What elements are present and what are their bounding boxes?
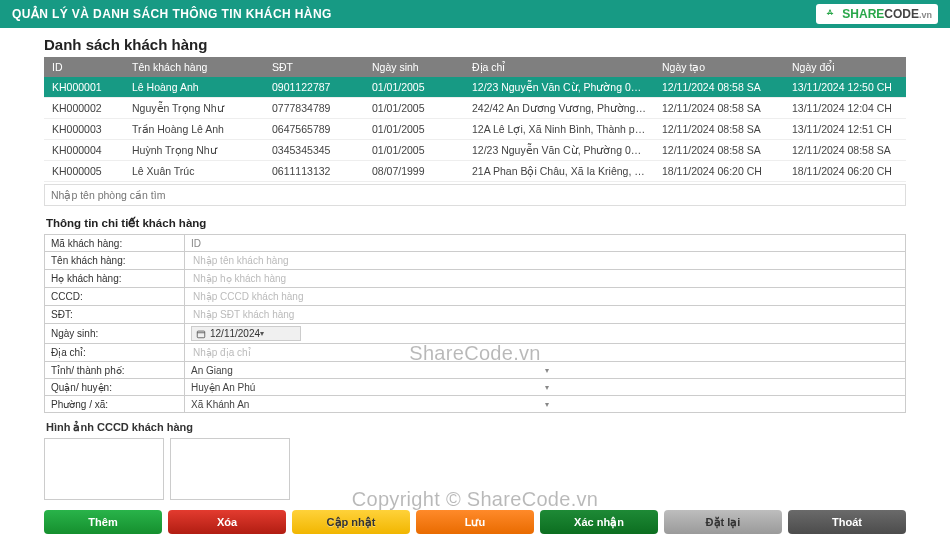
column-header[interactable]: Ngày sinh bbox=[364, 57, 464, 77]
page-title: Danh sách khách hàng bbox=[44, 36, 906, 53]
cccd-image-row bbox=[44, 438, 906, 500]
date-picker-dob[interactable]: 12/11/2024 ▾ bbox=[191, 326, 301, 341]
cell-id: KH000001 bbox=[44, 77, 124, 98]
input-phone[interactable] bbox=[191, 308, 899, 321]
cccd-image-back[interactable] bbox=[170, 438, 290, 500]
cell-dob: 01/01/2005 bbox=[364, 98, 464, 119]
confirm-button[interactable]: Xác nhận bbox=[540, 510, 658, 534]
recycle-icon bbox=[822, 6, 838, 22]
cccd-image-title: Hình ảnh CCCD khách hàng bbox=[46, 421, 906, 434]
cell-name: Lê Hoàng Anh bbox=[124, 77, 264, 98]
cell-phone: 0901122787 bbox=[264, 77, 364, 98]
chevron-down-icon: ▾ bbox=[260, 329, 296, 338]
cell-phone: 0777834789 bbox=[264, 98, 364, 119]
cell-addr: 242/42 An Dương Vương, Phường 1... bbox=[464, 98, 654, 119]
cell-created: 12/11/2024 08:58 SA bbox=[654, 98, 784, 119]
cell-updated: 18/11/2024 06:20 CH bbox=[784, 161, 906, 182]
cell-phone: 0345345345 bbox=[264, 140, 364, 161]
cell-updated: 13/11/2024 12:51 CH bbox=[784, 119, 906, 140]
detail-form: Mã khách hàng: ID Tên khách hàng: Họ khá… bbox=[44, 234, 906, 413]
select-province[interactable]: An Giang▾ bbox=[191, 365, 899, 376]
cell-created: 18/11/2024 06:20 CH bbox=[654, 161, 784, 182]
cell-updated: 12/11/2024 08:58 SA bbox=[784, 140, 906, 161]
chevron-down-icon: ▾ bbox=[545, 366, 899, 375]
cell-id: KH000002 bbox=[44, 98, 124, 119]
table-row[interactable]: KH000003Trần Hoàng Lê Anh064756578901/01… bbox=[44, 119, 906, 140]
column-header[interactable]: Ngày đổi bbox=[784, 57, 906, 77]
cell-name: Lê Xuân Trúc bbox=[124, 161, 264, 182]
cell-dob: 08/07/1999 bbox=[364, 161, 464, 182]
column-header[interactable]: ID bbox=[44, 57, 124, 77]
cell-addr: 12/23 Nguyễn Văn Cừ, Phường 01, ... bbox=[464, 77, 654, 98]
column-header[interactable]: SĐT bbox=[264, 57, 364, 77]
select-ward[interactable]: Xã Khánh An▾ bbox=[191, 399, 899, 410]
cell-created: 12/11/2024 08:58 SA bbox=[654, 119, 784, 140]
cell-id: KH000003 bbox=[44, 119, 124, 140]
exit-button[interactable]: Thoát bbox=[788, 510, 906, 534]
column-header[interactable]: Tên khách hàng bbox=[124, 57, 264, 77]
cell-dob: 01/01/2005 bbox=[364, 140, 464, 161]
label-surname: Họ khách hàng: bbox=[45, 270, 185, 288]
input-cccd[interactable] bbox=[191, 290, 899, 303]
cell-name: Huỳnh Trọng Như bbox=[124, 140, 264, 161]
app-header: QUẢN LÝ VÀ DANH SÁCH THÔNG TIN KHÁCH HÀN… bbox=[0, 0, 950, 28]
label-district: Quận/ huyện: bbox=[45, 379, 185, 396]
table-row[interactable]: KH000005Lê Xuân Trúc061111313208/07/1999… bbox=[44, 161, 906, 182]
logo-text: SHARECODE.vn bbox=[842, 7, 932, 21]
cell-addr: 12A Lê Lợi, Xã Ninh Bình, Thành phố... bbox=[464, 119, 654, 140]
cell-created: 12/11/2024 08:58 SA bbox=[654, 77, 784, 98]
cell-dob: 01/01/2005 bbox=[364, 119, 464, 140]
cell-phone: 0611113132 bbox=[264, 161, 364, 182]
detail-section-title: Thông tin chi tiết khách hàng bbox=[46, 216, 906, 230]
save-button[interactable]: Lưu bbox=[416, 510, 534, 534]
table-row[interactable]: KH000001Lê Hoàng Anh090112278701/01/2005… bbox=[44, 77, 906, 98]
main-content: Danh sách khách hàng IDTên khách hàngSĐT… bbox=[0, 28, 950, 534]
cell-phone: 0647565789 bbox=[264, 119, 364, 140]
label-address: Địa chỉ: bbox=[45, 344, 185, 362]
input-surname[interactable] bbox=[191, 272, 899, 285]
input-name[interactable] bbox=[191, 254, 899, 267]
chevron-down-icon: ▾ bbox=[545, 400, 899, 409]
cell-name: Trần Hoàng Lê Anh bbox=[124, 119, 264, 140]
cell-created: 12/11/2024 08:58 SA bbox=[654, 140, 784, 161]
label-ward: Phường / xã: bbox=[45, 396, 185, 413]
chevron-down-icon: ▾ bbox=[545, 383, 899, 392]
label-province: Tỉnh/ thành phố: bbox=[45, 362, 185, 379]
label-id: Mã khách hàng: bbox=[45, 235, 185, 252]
column-header[interactable]: Ngày tạo bbox=[654, 57, 784, 77]
label-phone: SĐT: bbox=[45, 306, 185, 324]
calendar-icon bbox=[196, 329, 206, 339]
reset-button[interactable]: Đặt lại bbox=[664, 510, 782, 534]
label-dob: Ngày sinh: bbox=[45, 324, 185, 344]
cell-updated: 13/11/2024 12:04 CH bbox=[784, 98, 906, 119]
cell-addr: 21A Phan Bội Châu, Xã Ia Kriêng, Hu... bbox=[464, 161, 654, 182]
cell-updated: 13/11/2024 12:50 CH bbox=[784, 77, 906, 98]
cell-id: KH000005 bbox=[44, 161, 124, 182]
label-cccd: CCCD: bbox=[45, 288, 185, 306]
table-row[interactable]: KH000002Nguyễn Trọng Như077783478901/01/… bbox=[44, 98, 906, 119]
room-search-input[interactable] bbox=[44, 184, 906, 206]
dob-value: 12/11/2024 bbox=[210, 328, 260, 339]
update-button[interactable]: Cập nhật bbox=[292, 510, 410, 534]
label-name: Tên khách hàng: bbox=[45, 252, 185, 270]
cell-addr: 12/23 Nguyễn Văn Cừ, Phường 01, ... bbox=[464, 140, 654, 161]
table-row[interactable]: KH000004Huỳnh Trọng Như034534534501/01/2… bbox=[44, 140, 906, 161]
field-id: ID bbox=[191, 238, 201, 249]
delete-button[interactable]: Xóa bbox=[168, 510, 286, 534]
select-district[interactable]: Huyện An Phú▾ bbox=[191, 382, 899, 393]
add-button[interactable]: Thêm bbox=[44, 510, 162, 534]
column-header[interactable]: Địa chỉ bbox=[464, 57, 654, 77]
svg-rect-0 bbox=[197, 331, 205, 338]
input-address[interactable] bbox=[191, 346, 899, 359]
cccd-image-front[interactable] bbox=[44, 438, 164, 500]
cell-dob: 01/01/2005 bbox=[364, 77, 464, 98]
cell-name: Nguyễn Trọng Như bbox=[124, 98, 264, 119]
customer-table[interactable]: IDTên khách hàngSĐTNgày sinhĐịa chỉNgày … bbox=[44, 57, 906, 182]
cell-id: KH000004 bbox=[44, 140, 124, 161]
action-button-row: Thêm Xóa Cập nhật Lưu Xác nhận Đặt lại T… bbox=[44, 510, 906, 534]
brand-logo: SHARECODE.vn bbox=[816, 4, 938, 24]
header-title: QUẢN LÝ VÀ DANH SÁCH THÔNG TIN KHÁCH HÀN… bbox=[12, 7, 332, 21]
